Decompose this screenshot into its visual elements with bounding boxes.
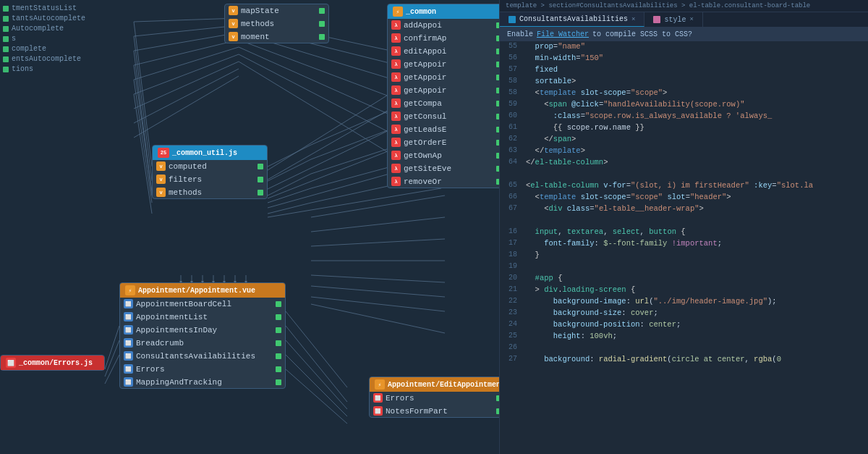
node-item-mapstate[interactable]: v mapState — [225, 4, 328, 17]
code-content: 55 prop="name" 56 min-width="150" 57 fix… — [500, 41, 868, 366]
node-item[interactable]: λ getLeadsE — [388, 123, 506, 136]
node-item[interactable]: ⬜ NotesFormPart — [370, 405, 506, 417]
connector-out — [319, 21, 325, 27]
svg-line-30 — [311, 286, 445, 297]
lambda-icon: λ — [391, 20, 401, 30]
code-line — [500, 215, 868, 227]
file-watcher-link[interactable]: File Watcher — [537, 30, 589, 38]
svg-line-7 — [134, 69, 239, 123]
node-item[interactable]: ⬜ AppointmentBoardCell — [120, 298, 285, 311]
map-methods-node[interactable]: v mapState v methods v moment — [224, 4, 329, 43]
node-item[interactable]: λ editAppoi — [388, 45, 506, 58]
connector-out — [258, 177, 263, 182]
node-item[interactable]: λ addAppoi — [388, 19, 506, 32]
node-item[interactable]: ⬜ AppointmentList — [120, 311, 285, 324]
node-item[interactable]: λ confirmAp — [388, 32, 506, 45]
node-item[interactable]: ⬜ Breadcrumb — [120, 337, 285, 350]
file-watcher-bar: Enable File Watcher to compile SCSS to C… — [500, 28, 868, 41]
connector-dot — [3, 26, 9, 32]
list-text: tantsAutocomplete — [12, 14, 85, 22]
lambda-icon: λ — [391, 33, 401, 43]
vue-icon: v — [229, 32, 238, 41]
svg-line-32 — [311, 304, 445, 333]
node-item-methods2[interactable]: v methods — [153, 186, 267, 198]
node-item[interactable]: ⬜ MappingAndTracking — [120, 376, 285, 388]
component-icon: ⬜ — [124, 338, 133, 348]
appointment-node[interactable]: ⚡ Appointment/Appointment.vue ⬜ Appointm… — [119, 282, 286, 389]
lambda-icon: λ — [391, 151, 401, 160]
common-util-node[interactable]: 25 _common_util.js v computed v filters … — [152, 145, 268, 199]
svg-line-11 — [134, 51, 152, 196]
vue-icon: v — [229, 19, 238, 28]
item-label: removeOr — [404, 177, 442, 186]
code-line: 55 prop="name" — [500, 41, 868, 53]
item-label: AppointmentsInDay — [136, 326, 217, 335]
item-label: getOrderE — [404, 138, 446, 147]
svg-line-26 — [311, 217, 445, 232]
svg-line-19 — [268, 203, 311, 214]
node-item[interactable]: λ getAppoir — [388, 58, 506, 71]
svg-line-0 — [134, 18, 239, 22]
code-line: 23 background-size: cover; — [500, 308, 868, 319]
list-text: entsAutocomplete — [12, 55, 81, 63]
errors-node[interactable]: ⬜ _common/Errors.js — [0, 355, 105, 371]
node-item[interactable]: λ getAppoir — [388, 84, 506, 97]
code-line: 61 {{ scope.row.name }} — [500, 122, 868, 134]
error-icon: ⬜ — [373, 393, 383, 403]
node-item[interactable]: λ getCompa — [388, 97, 506, 110]
tab-close-icon[interactable]: × — [689, 16, 693, 23]
list-text: tions — [12, 65, 33, 73]
component-icon: ⬜ — [124, 364, 133, 374]
node-title: ⚡ Appointment/EditAppointment.vue — [370, 377, 506, 392]
node-item[interactable]: λ getOrderE — [388, 136, 506, 149]
svg-line-35 — [286, 340, 347, 409]
node-icon: 25 — [158, 148, 169, 158]
code-line: 65 <el-table-column v-for="(slot, i) im … — [500, 180, 868, 192]
list-text: Autocomplete — [12, 25, 64, 33]
lambda-icon: λ — [391, 125, 401, 134]
tab-style[interactable]: style × — [644, 12, 702, 27]
node-item[interactable]: ⬜ Errors — [370, 392, 506, 405]
lambda-icon: λ — [391, 177, 401, 186]
item-label: getAppoir — [404, 73, 446, 82]
tab-label: ConsultantsAvailabilities — [519, 15, 628, 23]
node-item[interactable]: λ getAppoir — [388, 71, 506, 84]
svg-line-16 — [268, 159, 311, 181]
node-item[interactable]: ⬜ Errors — [120, 363, 285, 376]
connector-out — [276, 314, 281, 320]
node-icon: ⚡ — [375, 379, 385, 390]
tab-consultants-availabilities[interactable]: ConsultantsAvailabilities × — [500, 12, 644, 27]
node-item-moment[interactable]: v moment — [225, 30, 328, 43]
item-label: Breadcrumb — [136, 339, 184, 348]
node-item[interactable]: λ getConsul — [388, 110, 506, 123]
tab-close-icon[interactable]: × — [631, 16, 635, 23]
code-line: 18 } — [500, 250, 868, 261]
common-node[interactable]: ⚡ _common λ addAppoi λ confirmAp λ editA… — [387, 4, 506, 188]
edit-appointment-node[interactable]: ⚡ Appointment/EditAppointment.vue ⬜ Erro… — [369, 377, 506, 418]
vue-icon: v — [156, 188, 166, 197]
connector-out — [276, 366, 281, 372]
node-item-methods[interactable]: v methods — [225, 17, 328, 30]
item-label: Errors — [386, 394, 414, 403]
node-item[interactable]: λ getSiteEve — [388, 162, 506, 175]
node-item[interactable]: ⬜ ConsultantsAvailabilities — [120, 350, 285, 363]
item-label: getConsul — [404, 112, 446, 121]
lambda-icon: λ — [391, 85, 401, 95]
node-item[interactable]: λ removeOr — [388, 175, 506, 188]
notes-icon: ⬜ — [373, 406, 383, 416]
svg-line-17 — [268, 174, 311, 196]
code-editor: template > section#ConsultantsAvailabili… — [499, 0, 868, 454]
node-item[interactable]: ⬜ AppointmentsInDay — [120, 324, 285, 337]
node-item-computed[interactable]: v computed — [153, 160, 267, 173]
node-title: ⬜ _common/Errors.js — [1, 356, 104, 370]
item-label: addAppoi — [404, 21, 442, 30]
title-text: _common/Errors.js — [19, 359, 93, 367]
svg-line-25 — [311, 196, 445, 217]
vue-icon: v — [229, 6, 238, 15]
svg-line-10 — [134, 36, 152, 181]
node-item[interactable]: λ getOwnAp — [388, 149, 506, 162]
code-line: 17 font-family: $--font-family !importan… — [500, 238, 868, 250]
connector-out — [276, 327, 281, 333]
code-line: 59 <span @click="handleAvailability(scop… — [500, 99, 868, 111]
node-item-filters[interactable]: v filters — [153, 173, 267, 186]
